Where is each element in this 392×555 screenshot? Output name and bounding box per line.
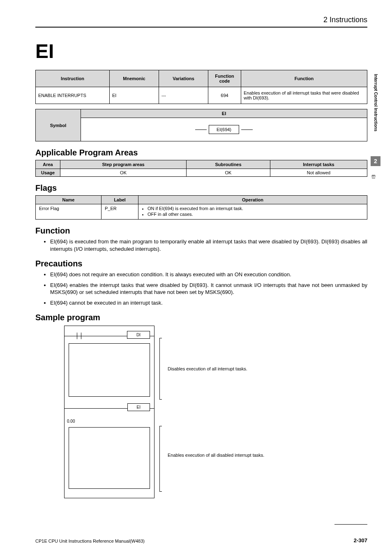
td-usage-label: Usage <box>36 169 60 177</box>
footer-manual: CP1E CPU Unit Instructions Reference Man… <box>35 539 145 543</box>
td-flag-label: P_ER <box>101 204 138 220</box>
th-step: Step program areas <box>60 160 187 169</box>
td-flag-op: ON if EI(694) is executed from an interr… <box>138 204 367 220</box>
symbol-ei-box: EI(694) <box>209 125 239 134</box>
footer-page-number: 2-307 <box>354 537 367 543</box>
ei-box: EI <box>127 403 150 411</box>
th-flag-operation: Operation <box>138 196 367 204</box>
applicable-heading: Applicable Program Areas <box>35 148 367 157</box>
area-table: Area Step program areas Subroutines Inte… <box>35 160 367 177</box>
td-instruction: ENABLE INTERRUPTS <box>36 87 110 104</box>
th-flag-name: Name <box>36 196 101 204</box>
table-row: ENABLE INTERRUPTS EI --- 694 Enables exe… <box>36 87 367 104</box>
footer-rule <box>334 524 367 525</box>
side-tab-label: Interrupt Control Instructions <box>374 74 378 131</box>
td-mnemonic: EI <box>110 87 159 104</box>
list-item: EI(694) does not require an execution co… <box>50 271 367 278</box>
table-row: Usage OK OK Not allowed <box>36 169 367 177</box>
th-function: Function <box>241 70 367 87</box>
address-label: 0.00 <box>67 419 75 423</box>
symbol-col-label: EI <box>81 109 367 118</box>
page-title: EI <box>35 40 367 62</box>
sample-heading: Sample program <box>35 313 367 322</box>
th-variations: Variations <box>159 70 208 87</box>
td-intr: Not allowed <box>270 169 367 177</box>
breadcrumb: 2 Instructions <box>35 16 367 24</box>
td-variations: --- <box>159 87 208 104</box>
symbol-cell: EI(694) <box>83 120 365 139</box>
inner-block <box>69 343 150 397</box>
bracket-icon <box>159 426 162 492</box>
function-heading: Function <box>35 226 367 236</box>
td-function: Enables execution of all interrupt tasks… <box>241 87 367 104</box>
sample-diagram: DI EI 0.00 Disables execution of all int… <box>64 326 367 502</box>
symbol-row-label: Symbol <box>36 109 81 141</box>
list-item: EI(694) cannot be executed in an interru… <box>50 299 367 307</box>
flag-op-item: ON if EI(694) is executed from an interr… <box>148 206 364 211</box>
td-flag-name: Error Flag <box>36 204 101 220</box>
th-func-code: Function code <box>208 70 241 87</box>
td-sub: OK <box>187 169 270 177</box>
flag-op-item: OFF in all other cases. <box>148 212 364 217</box>
list-item: EI(694) is executed from the main progra… <box>50 238 367 252</box>
th-area: Area <box>36 160 60 169</box>
th-sub: Subroutines <box>187 160 270 169</box>
contact-bar <box>81 333 81 339</box>
th-flag-label: Label <box>101 196 138 204</box>
precautions-list: EI(694) does not require an execution co… <box>50 271 367 306</box>
diagram-caption: Enables execution of all disabled interr… <box>168 452 274 458</box>
td-step: OK <box>60 169 187 177</box>
section-number-box: 2 <box>371 156 380 166</box>
top-rule <box>35 27 367 28</box>
th-intr: Interrupt tasks <box>270 160 367 169</box>
bracket-icon <box>159 338 162 400</box>
symbol-table: Symbol EI EI(694) <box>35 109 367 141</box>
ladder-frame: DI EI 0.00 <box>64 326 154 498</box>
table-row: Error Flag P_ER ON if EI(694) is execute… <box>36 204 367 220</box>
list-item: EI(694) enables the interrupt tasks that… <box>50 282 367 296</box>
diagram-caption: Disables execution of all interrupt task… <box>168 366 274 372</box>
precautions-heading: Precautions <box>35 259 367 268</box>
flags-table: Name Label Operation Error Flag P_ER ON … <box>35 195 367 220</box>
flags-heading: Flags <box>35 183 367 193</box>
function-list: EI(694) is executed from the main progra… <box>50 238 367 252</box>
instruction-table: Instruction Mnemonic Variations Function… <box>35 70 367 104</box>
side-tab-ei: EI <box>371 175 376 178</box>
symbol-lead-right <box>241 130 253 130</box>
page-footer: CP1E CPU Unit Instructions Reference Man… <box>35 537 367 543</box>
th-mnemonic: Mnemonic <box>110 70 159 87</box>
th-instruction: Instruction <box>36 70 110 87</box>
td-func-code: 694 <box>208 87 241 104</box>
di-box: DI <box>127 331 150 339</box>
symbol-lead-left <box>195 130 207 130</box>
contact-bar <box>77 333 77 339</box>
inner-block <box>69 427 150 489</box>
